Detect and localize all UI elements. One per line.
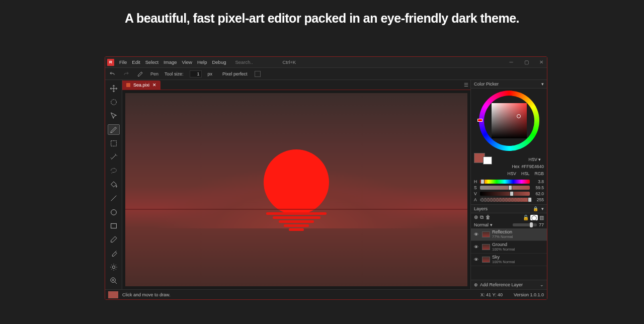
lock-layer-button[interactable]: 🔓 (523, 215, 529, 220)
menu-file[interactable]: File (119, 59, 127, 65)
color-swatches: HSV ▾ (471, 153, 547, 163)
eraser-tool[interactable] (108, 234, 120, 245)
menu-debug[interactable]: Debug (212, 59, 226, 65)
hex-label: Hex (512, 164, 519, 169)
undo-button[interactable] (108, 70, 116, 78)
search-input[interactable] (235, 59, 260, 65)
search-shortcut: Ctrl+K (282, 59, 296, 65)
menu-edit[interactable]: Edit (132, 59, 140, 65)
status-color-swatch[interactable] (108, 291, 118, 298)
mask-layer-button[interactable]: ◯ (530, 215, 538, 220)
tool-size-unit: px (208, 71, 213, 76)
rect-select-tool[interactable] (108, 138, 120, 148)
tool-size-label: Tool size: (165, 71, 184, 76)
lasso-tool[interactable] (108, 166, 120, 176)
svg-point-0 (111, 100, 116, 105)
color-wheel[interactable] (471, 89, 547, 153)
layer-thumb (482, 244, 490, 250)
titlebar: R File Edit Select Image View Help Debug… (105, 57, 547, 68)
layer-item[interactable]: 👁 Ground100% Normal (471, 241, 547, 254)
status-hint: Click and move to draw. (122, 292, 171, 297)
layers-lock-icon[interactable]: 🔒 (533, 206, 538, 211)
toolbox (105, 80, 122, 289)
color-mode-select[interactable]: HSV ▾ (529, 157, 541, 162)
tab-close-button[interactable]: ✕ (152, 83, 156, 88)
visibility-toggle[interactable]: 👁 (474, 257, 480, 262)
rectangle-tool[interactable] (108, 220, 120, 231)
layers-menu-icon[interactable]: ▾ (541, 206, 544, 211)
layers-title: Layers (474, 206, 488, 211)
move-tool[interactable] (108, 83, 120, 94)
layers-header: Layers 🔒▾ (471, 204, 547, 213)
edit-icon[interactable] (136, 70, 144, 78)
add-reference-layer-button[interactable]: ⊕Add Reference Layer ⌄ (471, 280, 547, 289)
tool-options-bar: Pen Tool size: 1 px Pixel perfect (105, 68, 547, 80)
main-area: Sea.pixi ✕ ☰ 🔧 (105, 80, 547, 289)
app-logo: R (107, 59, 114, 66)
menu-view[interactable]: View (182, 59, 192, 65)
circle-tool[interactable] (108, 207, 120, 217)
duplicate-layer-button[interactable]: ⧉ (480, 214, 484, 220)
panel-menu-icon[interactable]: ▾ (541, 82, 544, 87)
layer-item[interactable]: 👁 Reflection77% Normal (471, 228, 547, 241)
pen-tool[interactable] (108, 124, 120, 135)
merge-layer-button[interactable]: ▥ (539, 215, 544, 220)
mode-hsv[interactable]: HSV (508, 171, 516, 176)
tab-filename: Sea.pixi (133, 83, 149, 88)
color-picker-header: Color Picker ▾ (471, 80, 547, 89)
redo-button[interactable] (122, 70, 130, 78)
search-box[interactable]: Ctrl+K (235, 59, 296, 65)
sv-box[interactable] (492, 103, 527, 138)
menu-image[interactable]: Image (164, 59, 177, 65)
add-icon: ⊕ (474, 282, 478, 287)
visibility-toggle[interactable]: 👁 (474, 232, 480, 237)
tab-filter-icon[interactable]: ☰ (464, 82, 468, 88)
opacity-slider[interactable] (513, 223, 537, 226)
pixel-perfect-label: Pixel perfect (222, 71, 248, 76)
svg-point-2 (111, 209, 116, 215)
pointer-tool[interactable] (108, 111, 120, 121)
opacity-value[interactable]: 77 (539, 222, 544, 227)
pixel-perfect-toggle[interactable] (255, 71, 261, 77)
value-slider[interactable] (480, 192, 530, 196)
line-tool[interactable] (108, 193, 120, 204)
add-layer-button[interactable]: ⊕ (474, 214, 478, 220)
artwork-sun (264, 149, 329, 215)
maximize-button[interactable]: ▢ (523, 59, 530, 65)
fill-tool[interactable] (108, 179, 120, 190)
menu-help[interactable]: Help (197, 59, 207, 65)
layers-toolbar: ⊕ ⧉ 🗑 🔓 ◯ ▥ (471, 213, 547, 221)
document-tab[interactable]: Sea.pixi ✕ (122, 80, 160, 90)
ellipse-select-tool[interactable] (108, 97, 120, 107)
delete-layer-button[interactable]: 🗑 (486, 214, 491, 220)
promo-frame: A beautiful, fast pixel-art editor packe… (0, 0, 644, 324)
status-coords: X: 41 Y: 40 (480, 292, 503, 297)
layer-item[interactable]: 👁 Sky100% Normal (471, 254, 547, 266)
blend-mode-select[interactable]: Normal ▾ (474, 222, 511, 227)
layer-list: 👁 Reflection77% Normal 👁 Ground100% Norm… (471, 228, 547, 280)
eyedropper-tool[interactable] (108, 248, 120, 259)
tool-size-input[interactable]: 1 (190, 70, 202, 77)
layer-thumb (482, 257, 490, 263)
brightness-tool[interactable] (108, 262, 120, 272)
right-panels: Color Picker ▾ HSV ▾ (470, 80, 547, 289)
window-controls: ─ ▢ ✕ (508, 59, 545, 65)
close-button[interactable]: ✕ (538, 59, 545, 65)
color-mode-tabs: HSV HSL RGB (471, 170, 547, 177)
visibility-toggle[interactable]: 👁 (474, 245, 480, 250)
saturation-slider[interactable] (480, 186, 530, 190)
canvas-viewport[interactable]: 🔧 (125, 93, 467, 286)
minimize-button[interactable]: ─ (508, 59, 515, 65)
mode-rgb[interactable]: RGB (535, 171, 544, 176)
mode-hsl[interactable]: HSL (521, 171, 530, 176)
canvas[interactable] (125, 93, 467, 286)
alpha-slider[interactable] (480, 198, 530, 202)
menu-select[interactable]: Select (145, 59, 158, 65)
hue-slider[interactable] (480, 180, 530, 184)
artwork-horizon (125, 209, 467, 210)
hex-value[interactable]: #FF9E4640 (522, 164, 544, 169)
sv-cursor[interactable] (517, 114, 521, 118)
zoom-tool[interactable] (108, 276, 120, 286)
hue-cursor[interactable] (477, 119, 482, 122)
magic-wand-tool[interactable] (108, 152, 120, 163)
